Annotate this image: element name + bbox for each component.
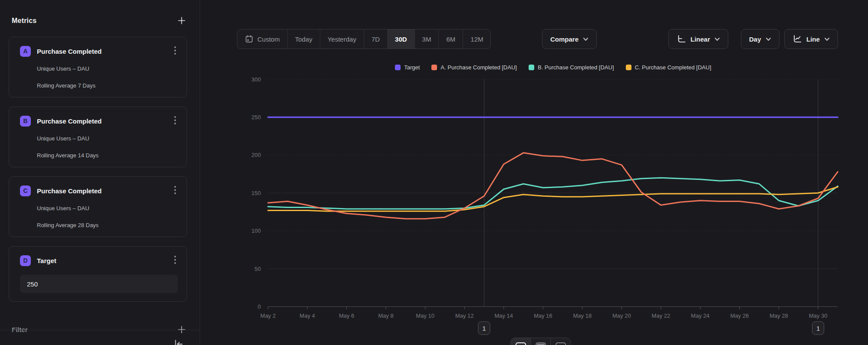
metric-measure: Unique Users – DAU [37, 65, 178, 72]
range-button-3m[interactable]: 3M [415, 29, 439, 49]
kebab-icon [174, 255, 176, 264]
legend-swatch [431, 65, 437, 70]
metric-badge-a: A [20, 46, 31, 57]
metric-card-a[interactable]: A Purchase Completed Unique Users – DAU … [9, 37, 187, 98]
metric-card-header: D Target [20, 254, 178, 267]
kebab-icon [174, 186, 176, 195]
chevron-down-icon [766, 37, 771, 41]
line-chart-icon [792, 34, 802, 44]
range-button-label: Yesterday [328, 36, 356, 43]
metric-rolling-average: Rolling Average 28 Days [37, 222, 178, 228]
kebab-icon [174, 116, 176, 125]
legend-swatch [395, 65, 401, 70]
legend-label: B. Purchase Completed [DAU] [538, 64, 614, 71]
chart-type-label: Line [806, 36, 820, 43]
metric-measure: Unique Users – DAU [37, 135, 178, 142]
range-button-today[interactable]: Today [288, 29, 320, 49]
range-button-label: Today [295, 36, 312, 43]
legend-label: C. Purchase Completed [DAU] [635, 64, 711, 71]
chart-panel-icon [516, 342, 526, 345]
layout-toggle-chart[interactable] [511, 338, 531, 345]
metric-card-target[interactable]: D Target [9, 246, 187, 302]
range-button-label: 30D [395, 36, 407, 43]
range-button-6m[interactable]: 6M [439, 29, 463, 49]
range-button-yesterday[interactable]: Yesterday [320, 29, 364, 49]
metric-menu-button[interactable] [172, 45, 178, 57]
chevron-down-icon [583, 37, 589, 41]
metric-card-c[interactable]: C Purchase Completed Unique Users – DAU … [9, 176, 187, 237]
collapse-left-icon [173, 338, 184, 345]
range-button-30d[interactable]: 30D [388, 29, 415, 49]
legend-item-3[interactable]: C. Purchase Completed [DAU] [626, 64, 711, 71]
add-metric-button[interactable] [176, 15, 187, 26]
date-range-group: CustomTodayYesterday7D30D3M6M12M [237, 29, 491, 49]
chevron-down-icon [824, 37, 830, 41]
range-button-label: 12M [470, 36, 483, 43]
metric-title: Purchase Completed [37, 187, 102, 195]
range-button-custom[interactable]: Custom [237, 29, 288, 49]
split-panel-icon [536, 342, 546, 345]
metric-title: Purchase Completed [37, 48, 102, 55]
metric-title: Target [37, 257, 56, 264]
compare-label: Compare [550, 36, 579, 43]
metric-card-header: A Purchase Completed [20, 45, 178, 57]
metric-badge-c: C [20, 186, 31, 196]
target-value-input[interactable] [20, 275, 178, 293]
plus-icon [177, 16, 186, 25]
calendar-icon [245, 35, 253, 43]
scale-label: Linear [690, 36, 710, 43]
metric-card-header: B Purchase Completed [20, 115, 178, 127]
layout-toggle-table[interactable] [551, 338, 570, 345]
legend-item-2[interactable]: B. Purchase Completed [DAU] [529, 64, 614, 71]
collapse-sidebar-button[interactable] [173, 338, 184, 345]
compare-button[interactable]: Compare [542, 29, 597, 49]
chart-panel: CustomTodayYesterday7D30D3M6M12M Compare… [200, 0, 868, 345]
legend-swatch [626, 65, 631, 70]
metric-measure: Unique Users – DAU [37, 205, 178, 212]
metric-rolling-average: Rolling Average 14 Days [37, 152, 178, 159]
metric-badge-b: B [20, 116, 31, 127]
kebab-icon [174, 46, 176, 55]
metrics-title: Metrics [12, 17, 36, 25]
legend-label: Target [404, 64, 420, 71]
metric-title: Purchase Completed [37, 117, 102, 125]
range-button-label: Custom [257, 36, 280, 43]
sidebar-header: Metrics [9, 15, 187, 26]
range-button-12m[interactable]: 12M [463, 29, 490, 49]
legend-item-0[interactable]: Target [395, 64, 420, 71]
metric-rolling-average: Rolling Average 7 Days [37, 82, 178, 89]
interval-select-button[interactable]: Day [741, 29, 779, 49]
scale-select-button[interactable]: Linear [668, 29, 728, 49]
legend-label: A. Purchase Completed [DAU] [441, 64, 517, 71]
legend-item-1[interactable]: A. Purchase Completed [DAU] [431, 64, 517, 71]
layout-toggle-split[interactable] [531, 338, 551, 345]
range-button-label: 3M [422, 36, 431, 43]
metric-menu-button[interactable] [172, 185, 178, 197]
layout-toggle-group [510, 338, 571, 345]
metric-menu-button[interactable] [172, 254, 178, 267]
table-panel-icon [556, 342, 566, 345]
range-button-label: 6M [446, 36, 455, 43]
sidebar: Metrics A Purchase Completed Unique User… [0, 0, 200, 345]
legend-swatch [529, 65, 534, 70]
chart-type-select-button[interactable]: Line [784, 29, 838, 49]
range-button-7d[interactable]: 7D [364, 29, 388, 49]
metric-badge-d: D [20, 255, 31, 266]
chevron-down-icon [714, 37, 720, 41]
sidebar-footer-divider [0, 330, 200, 330]
metric-menu-button[interactable] [172, 115, 178, 127]
range-button-label: 7D [372, 36, 380, 43]
linear-axis-icon [677, 34, 686, 44]
metric-card-b[interactable]: B Purchase Completed Unique Users – DAU … [9, 107, 187, 167]
interval-label: Day [749, 36, 761, 43]
metric-card-header: C Purchase Completed [20, 185, 178, 197]
chart-legend: TargetA. Purchase Completed [DAU]B. Purc… [268, 62, 838, 72]
